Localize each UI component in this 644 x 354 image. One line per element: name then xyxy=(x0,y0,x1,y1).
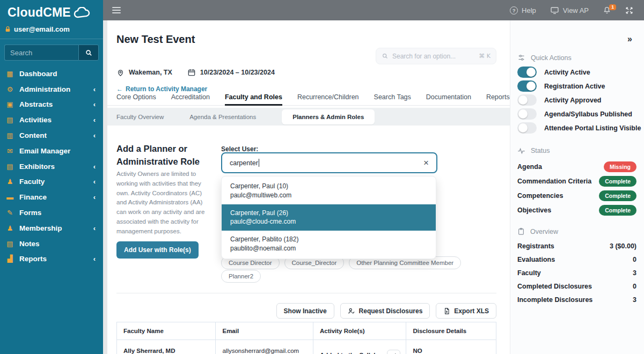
tab-documentation[interactable]: Documentation xyxy=(426,88,471,106)
sidebar: CloudCME user@email.com ▦Dashboard ⚙Admi… xyxy=(0,0,103,354)
sidebar-search-input[interactable] xyxy=(4,45,78,61)
request-disclosures-button[interactable]: Request Disclosures xyxy=(340,303,430,319)
sidebar-item-label: Dashboard xyxy=(19,70,96,78)
sidebar-item-content[interactable]: ▥Content‹ xyxy=(0,128,103,143)
toggle-label: Activity Active xyxy=(544,69,590,76)
registration-active-toggle[interactable] xyxy=(517,80,537,92)
toggle-label: Agenda/Syllabus Published xyxy=(544,110,632,118)
notifications-button[interactable]: 1 xyxy=(603,6,611,15)
exhibitors-icon: ▤ xyxy=(5,163,14,171)
logo-text: CloudCME xyxy=(8,5,71,20)
hamburger-menu-icon[interactable] xyxy=(112,5,121,15)
subtab-agenda-presentations[interactable]: Agenda & Presentations xyxy=(189,114,269,120)
section-divider xyxy=(116,293,496,293)
sidebar-item-abstracts[interactable]: ▣Abstracts‹ xyxy=(0,97,103,113)
dropdown-option-highlighted[interactable]: Carpenter, Paul (26) paulc@cloud-cme.com xyxy=(222,204,436,231)
tab-core-options[interactable]: Core Options xyxy=(116,88,156,106)
status-badge-complete: Complete xyxy=(599,205,636,216)
faculty-toolbar: Show Inactive Request Disclosures Export… xyxy=(116,303,496,319)
sidebar-item-email-manager[interactable]: ✉Email Manager xyxy=(0,143,103,159)
chevron-left-icon: ‹ xyxy=(93,85,96,93)
dropdown-option[interactable]: Carpenter, Pablito (182) paublito@noemai… xyxy=(222,231,436,257)
sidebar-item-label: Notes xyxy=(19,240,96,248)
attendee-portal-listing-visible-toggle[interactable] xyxy=(517,122,537,134)
dropdown-option[interactable]: Carpenter, Paul (10) paulc@multiweb.com xyxy=(222,178,436,204)
status-row: Competencies Complete xyxy=(517,190,636,201)
toggle-label: Attendee Portal Listing Visible xyxy=(544,124,641,132)
sidebar-item-label: Reports xyxy=(19,255,93,263)
faculty-email-cell: allysonsherrard@gmail.com xyxy=(216,340,313,354)
subtab-planners-admin-roles[interactable]: Planners & Admin Roles xyxy=(282,109,375,124)
planner-section-heading: Add a Planner or Administrative Role xyxy=(116,143,210,168)
sidebar-item-membership[interactable]: ♟Membership‹ xyxy=(0,220,103,236)
select-user-query: carpenter xyxy=(230,159,258,167)
role-chip-row: Planner2 xyxy=(221,270,261,283)
content-icon: ▥ xyxy=(5,131,14,139)
show-inactive-label: Show Inactive xyxy=(284,307,327,315)
sidebar-search xyxy=(4,45,99,61)
user-email-row[interactable]: user@email.com xyxy=(0,22,103,38)
option-name: Carpenter, Paul (26) xyxy=(230,209,427,218)
sidebar-item-exhibitors[interactable]: ▤Exhibitors‹ xyxy=(0,159,103,174)
chevron-left-icon: ‹ xyxy=(93,193,96,201)
status-label: Agenda xyxy=(517,163,542,171)
show-inactive-button[interactable]: Show Inactive xyxy=(276,303,334,319)
keyboard-shortcut-hint: ⌘ K xyxy=(479,53,491,60)
clear-input-icon[interactable]: × xyxy=(423,158,429,167)
sidebar-item-label: Abstracts xyxy=(19,100,93,108)
view-ap-button[interactable]: View AP xyxy=(550,6,589,14)
notification-badge: 1 xyxy=(609,4,616,10)
role-chip-planner2[interactable]: Planner2 xyxy=(221,270,261,283)
sidebar-item-activities[interactable]: ▤Activities‹ xyxy=(0,112,103,128)
toggle-row: Activity Approved xyxy=(517,94,602,106)
subtab-bar: Faculty Overview Agenda & Presentations … xyxy=(107,108,510,126)
overview-label: Registrants xyxy=(517,242,554,250)
fullscreen-toggle-button[interactable] xyxy=(625,6,633,14)
tab-faculty-and-roles[interactable]: Faculty and Roles xyxy=(225,88,282,106)
sidebar-search-button[interactable] xyxy=(78,45,99,61)
overview-label: Completed Disclosures xyxy=(517,283,592,290)
overview-row: Faculty 3 xyxy=(517,269,636,277)
column-activity-roles: Activity Role(s) xyxy=(313,322,407,340)
status-header: Status xyxy=(510,147,550,154)
select-user-input[interactable]: carpenter × xyxy=(221,152,437,173)
person-icon: ♟ xyxy=(5,178,14,186)
status-badge-complete: Complete xyxy=(599,176,636,187)
sidebar-item-finance[interactable]: ▬Finance‹ xyxy=(0,189,103,205)
event-dates: 10/23/2024 – 10/23/2024 xyxy=(200,69,275,76)
tab-search-tags[interactable]: Search Tags xyxy=(374,88,411,106)
abstracts-icon: ▣ xyxy=(5,100,14,108)
agenda-syllabus-published-toggle[interactable] xyxy=(517,108,537,120)
collapse-panel-icon[interactable]: » xyxy=(627,34,632,44)
option-name: Carpenter, Pablito (182) xyxy=(230,235,427,244)
sidebar-item-reports[interactable]: ▟Reports‹ xyxy=(0,252,103,267)
subtab-faculty-overview[interactable]: Faculty Overview xyxy=(116,114,177,120)
sidebar-item-faculty[interactable]: ♟Faculty‹ xyxy=(0,174,103,190)
add-user-with-roles-button[interactable]: Add User with Role(s) xyxy=(116,241,199,259)
toggle-label: Registration Active xyxy=(544,83,605,90)
export-xls-button[interactable]: Export XLS xyxy=(436,303,496,319)
event-location: Wakeman, TX xyxy=(129,69,172,76)
overview-header: Overview xyxy=(510,227,558,235)
text-cursor xyxy=(259,159,259,167)
help-label: Help xyxy=(522,6,536,14)
tab-recurrence-children[interactable]: Recurrence/Children xyxy=(297,88,359,106)
toggle-row: Attendee Portal Listing Visible xyxy=(517,122,641,134)
activity-active-toggle[interactable] xyxy=(517,67,537,78)
help-button[interactable]: ? Help xyxy=(510,6,536,14)
logo[interactable]: CloudCME xyxy=(0,0,103,22)
sidebar-item-administration[interactable]: ⚙Administration‹ xyxy=(0,82,103,97)
activity-approved-toggle[interactable] xyxy=(517,94,537,106)
tab-reports[interactable]: Reports xyxy=(486,88,510,106)
sidebar-item-dashboard[interactable]: ▦Dashboard xyxy=(0,66,103,82)
overview-title: Overview xyxy=(530,228,558,235)
tab-accreditation[interactable]: Accreditation xyxy=(171,88,210,106)
overview-row: Evaluations 0 xyxy=(517,256,636,263)
status-row: Agenda Missing xyxy=(517,161,636,172)
refresh-role-button[interactable] xyxy=(387,350,400,354)
chevron-left-icon: ‹ xyxy=(93,178,96,186)
activities-icon: ▤ xyxy=(5,116,14,124)
sidebar-item-notes[interactable]: ▤Notes xyxy=(0,236,103,252)
option-search-box[interactable]: Search for an option... ⌘ K xyxy=(376,48,496,64)
sidebar-item-forms[interactable]: ✎Forms xyxy=(0,205,103,220)
